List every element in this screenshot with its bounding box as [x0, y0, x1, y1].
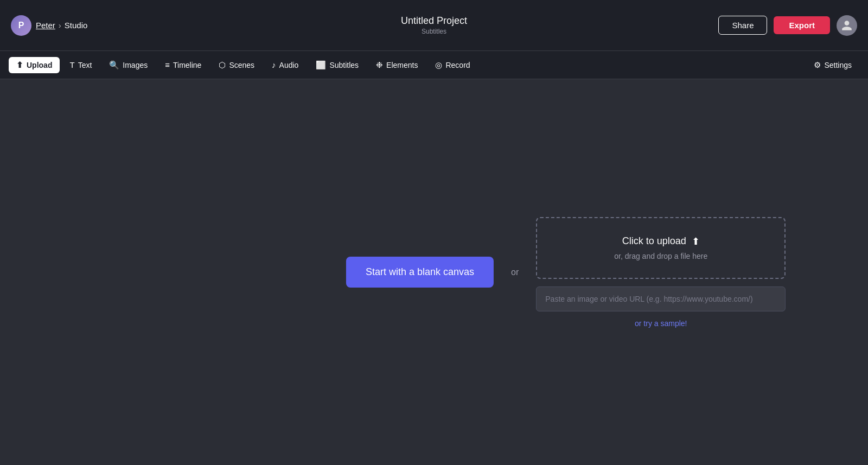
scenes-label: Scenes: [229, 61, 254, 69]
elements-button[interactable]: ❉ Elements: [368, 57, 425, 73]
audio-button[interactable]: ♪ Audio: [264, 57, 306, 73]
elements-icon: ❉: [376, 60, 383, 70]
top-nav: P Peter › Studio Untitled Project Subtit…: [0, 0, 868, 51]
record-button[interactable]: ◎ Record: [427, 57, 477, 73]
upload-arrow-icon: ⬆: [692, 235, 700, 247]
blank-canvas-button[interactable]: Start with a blank canvas: [346, 257, 494, 288]
elements-label: Elements: [386, 61, 418, 69]
settings-label: Settings: [824, 61, 852, 69]
export-button[interactable]: Export: [774, 16, 830, 34]
text-icon: T: [69, 60, 74, 69]
breadcrumb-studio: Studio: [65, 21, 88, 30]
subtitles-icon: ⬜: [316, 60, 326, 70]
subtitles-button[interactable]: ⬜ Subtitles: [308, 57, 366, 73]
subtitles-label: Subtitles: [329, 61, 359, 69]
nav-center: Untitled Project Subtitles: [401, 15, 467, 35]
try-sample-link[interactable]: or try a sample!: [536, 319, 786, 328]
upload-label: Upload: [27, 61, 52, 69]
audio-icon: ♪: [272, 60, 276, 69]
upload-right: Click to upload ⬆ or, drag and drop a fi…: [536, 217, 786, 328]
record-label: Record: [445, 61, 470, 69]
toolbar: ⬆ Upload T Text 🔍 Images ≡ Timeline ⬡ Sc…: [0, 51, 868, 79]
images-icon: 🔍: [109, 60, 119, 70]
share-button[interactable]: Share: [718, 16, 767, 35]
upload-button[interactable]: ⬆ Upload: [9, 57, 60, 73]
nav-right: Share Export: [718, 15, 857, 36]
upload-area-wrapper: Start with a blank canvas or Click to up…: [346, 217, 786, 328]
url-input[interactable]: [536, 286, 786, 311]
text-label: Text: [78, 61, 92, 69]
user-profile-icon[interactable]: [837, 15, 857, 36]
drop-zone-title: Click to upload ⬆: [550, 235, 771, 247]
upload-icon: ⬆: [16, 60, 23, 70]
or-divider: or: [511, 267, 519, 277]
record-icon: ◎: [435, 60, 442, 70]
breadcrumb-separator: ›: [59, 21, 61, 30]
user-avatar: P: [11, 15, 31, 36]
images-button[interactable]: 🔍 Images: [101, 57, 155, 73]
images-label: Images: [123, 61, 148, 69]
audio-label: Audio: [279, 61, 299, 69]
timeline-button[interactable]: ≡ Timeline: [157, 57, 209, 73]
settings-button[interactable]: ⚙ Settings: [806, 57, 859, 73]
settings-icon: ⚙: [814, 60, 821, 70]
drop-zone-subtext: or, drag and drop a file here: [550, 252, 771, 260]
timeline-icon: ≡: [165, 60, 170, 69]
project-title: Untitled Project: [401, 15, 467, 27]
project-subtitle: Subtitles: [422, 28, 446, 35]
nav-left: P Peter › Studio: [11, 15, 87, 36]
scenes-icon: ⬡: [219, 60, 226, 70]
timeline-label: Timeline: [173, 61, 201, 69]
breadcrumb-user-link[interactable]: Peter: [36, 21, 55, 30]
text-button[interactable]: T Text: [62, 57, 99, 73]
breadcrumb: Peter › Studio: [36, 21, 87, 30]
main-content: Start with a blank canvas or Click to up…: [0, 79, 868, 465]
scenes-button[interactable]: ⬡ Scenes: [211, 57, 262, 73]
drop-zone[interactable]: Click to upload ⬆ or, drag and drop a fi…: [536, 217, 786, 279]
